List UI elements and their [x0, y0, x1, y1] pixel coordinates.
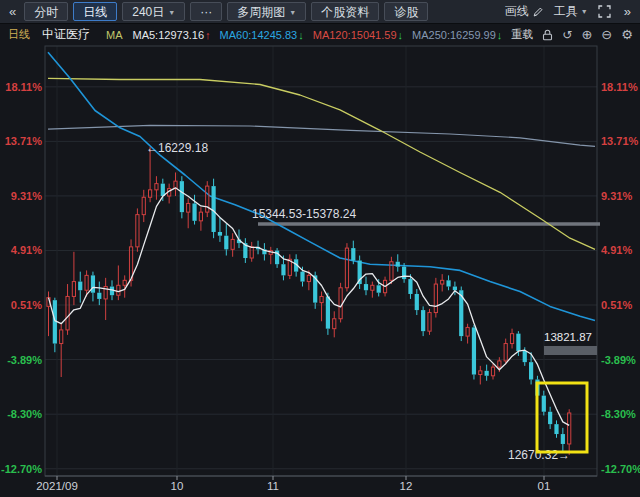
y-axis-label-right: 9.31%: [601, 190, 632, 202]
ma250-line: [48, 125, 595, 146]
candle-body-up: [307, 275, 310, 281]
arrow-down-icon: ↓: [497, 29, 503, 41]
toolbar-button-minute[interactable]: 分时: [24, 2, 68, 21]
y-axis-label-right: 18.11%: [601, 81, 638, 93]
candle-body-down: [561, 434, 565, 444]
y-axis-label-left: -12.70%: [1, 463, 42, 475]
candlestick-chart[interactable]: ←16229.1815344.53-15378.2413821.8712670.…: [0, 45, 640, 497]
toolbar-button-period-240[interactable]: 240日▼: [122, 2, 185, 21]
candle-body-up: [339, 288, 342, 319]
candle-body-down: [351, 248, 355, 260]
y-axis-label-left: 13.71%: [5, 135, 43, 147]
zoom-in-icon[interactable]: ⊕: [581, 29, 592, 41]
fullscreen-icon[interactable]: [598, 5, 611, 18]
period-label: 日线: [8, 27, 30, 42]
y-axis-label-right: 0.51%: [601, 299, 632, 311]
candle-body-down: [161, 184, 165, 196]
candlesticks: [47, 147, 571, 455]
draw-line-label: 画线: [505, 3, 529, 20]
candle-body-down: [529, 362, 533, 379]
arrow-up-icon: ↑: [205, 29, 211, 41]
y-axis-label-left: -3.89%: [7, 354, 42, 366]
candle-body-up: [250, 247, 253, 258]
toolbar-button-label: ···: [200, 4, 212, 20]
candle-body-down: [523, 351, 527, 362]
toolbar-button-multi-period[interactable]: 多周期图▼: [227, 2, 306, 21]
candle-body-up: [187, 203, 190, 212]
x-axis-label: 01: [538, 480, 551, 492]
candle-body-down: [542, 396, 546, 412]
draw-line-button[interactable]: 画线: [505, 3, 544, 20]
candle-body-down: [402, 267, 406, 279]
y-axis-label-right: 13.71%: [601, 135, 639, 147]
high-price-annotation: ←16229.18: [146, 141, 208, 155]
candle-body-up: [498, 361, 501, 367]
candle-body-up: [72, 282, 75, 297]
x-axis-label: 2021/09: [36, 480, 78, 492]
candle-body-up: [371, 285, 374, 290]
plot-border: [45, 46, 597, 476]
y-axis-label-right: -3.89%: [601, 354, 636, 366]
last-price-annotation: 13821.87: [544, 331, 592, 343]
toolbar-button-diagnose[interactable]: 诊股: [384, 2, 428, 21]
y-axis-label-left: 4.91%: [11, 244, 42, 256]
candle-body-down: [415, 294, 419, 310]
toolbar-button-more-dots[interactable]: ···: [190, 2, 222, 21]
candle-body-up: [434, 284, 437, 313]
candle-body-down: [377, 285, 381, 292]
candle-body-down: [326, 296, 330, 328]
last-price-tag-bg: [544, 346, 597, 355]
candle-body-up: [320, 296, 323, 302]
candle-body-up: [60, 330, 63, 344]
candle-body-down: [97, 293, 101, 299]
lock-icon[interactable]: [542, 29, 553, 41]
candle-body-down: [408, 279, 412, 294]
toolbar-button-stock-info[interactable]: 个股资料: [311, 2, 379, 21]
toolbar-button-label: 个股资料: [321, 4, 369, 20]
y-axis-label-left: -8.30%: [7, 408, 42, 420]
ma-value-0: MA5:12973.16↑: [133, 29, 211, 41]
indicator-bar: 日线 中证医疗 MA MA5:12973.16↑MA60:14245.83↓MA…: [0, 24, 640, 45]
arrow-down-icon: ↓: [398, 29, 404, 41]
collapse-left-icon[interactable]: «: [6, 4, 19, 19]
candle-body-down: [516, 334, 520, 351]
candle-body-up: [568, 413, 571, 444]
ma-group-label[interactable]: MA: [106, 29, 123, 41]
indicator-right-group: 重载 ↺ ⊕ ⊖ ⚙: [511, 27, 633, 42]
y-axis-label-right: 4.91%: [601, 244, 632, 256]
grid-lines: [45, 46, 597, 476]
candle-body-up: [466, 327, 469, 336]
candle-body-down: [224, 236, 228, 250]
candle-body-up: [441, 280, 444, 284]
chevron-down-icon: ▼: [168, 4, 175, 20]
candle-body-down: [453, 287, 457, 291]
candle-body-down: [192, 203, 196, 220]
candle-body-down: [485, 371, 489, 376]
candle-body-up: [491, 367, 494, 376]
range-price-annotation: 15344.53-15378.24: [252, 207, 356, 221]
y-axis-label-left: 0.51%: [11, 299, 42, 311]
candle-body-up: [199, 212, 202, 221]
candle-body-down: [446, 280, 450, 286]
toolbar-button-daily[interactable]: 日线: [73, 2, 117, 21]
expand-right-icon[interactable]: »: [621, 4, 634, 19]
toolbar-button-group: 分时日线240日▼···多周期图▼个股资料诊股: [24, 2, 428, 21]
gear-icon[interactable]: ⚙: [621, 29, 633, 41]
candle-body-up: [123, 280, 126, 285]
reload-button[interactable]: 重载: [511, 27, 533, 42]
toolbar-button-label: 诊股: [394, 4, 418, 20]
candle-body-down: [180, 181, 184, 212]
y-axis-label-left: 18.11%: [5, 81, 42, 93]
zoom-out-icon[interactable]: ⊖: [601, 29, 612, 41]
candle-body-up: [333, 319, 336, 329]
toolbar-button-label: 分时: [34, 4, 58, 20]
candle-body-down: [78, 282, 82, 291]
chevron-down-icon: ▼: [289, 4, 296, 20]
pencil-icon: [532, 6, 544, 18]
ma-values-group: MA5:12973.16↑MA60:14245.83↓MA120:15041.5…: [133, 29, 512, 41]
candle-body-down: [554, 424, 558, 434]
undo-icon[interactable]: ↺: [562, 29, 572, 41]
ma-value-2: MA120:15041.59↓: [313, 29, 403, 41]
ma-value-1: MA60:14245.83↓: [220, 29, 304, 41]
tools-button[interactable]: 工具 ▼: [554, 3, 588, 20]
